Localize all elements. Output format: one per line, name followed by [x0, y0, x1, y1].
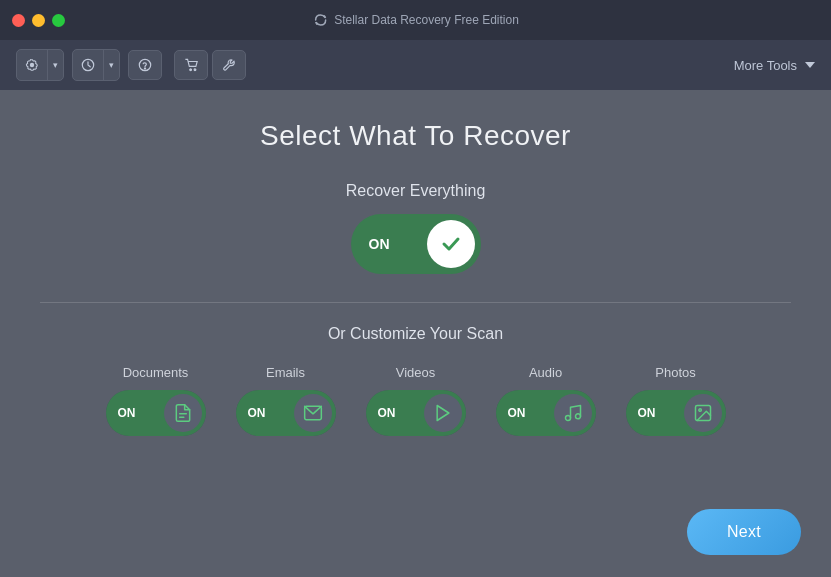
section-divider — [40, 302, 791, 303]
videos-label: Videos — [396, 365, 436, 380]
settings-dropdown-arrow[interactable]: ▾ — [47, 50, 63, 80]
toolbar: ▾ ▾ — [0, 40, 831, 90]
help-button[interactable] — [128, 50, 162, 80]
big-toggle-knob — [427, 220, 475, 268]
svg-point-9 — [565, 416, 570, 421]
next-button[interactable]: Next — [687, 509, 801, 555]
main-content: Select What To Recover Recover Everythin… — [0, 90, 831, 456]
svg-marker-8 — [437, 406, 449, 421]
svg-point-12 — [698, 409, 701, 412]
document-icon — [173, 403, 193, 423]
photos-toggle-label: ON — [638, 406, 656, 420]
app-logo-icon — [312, 12, 328, 28]
wrench-icon — [222, 58, 236, 72]
emails-toggle-knob — [294, 394, 332, 432]
audio-category: Audio ON — [496, 365, 596, 436]
big-toggle-on-label: ON — [369, 236, 390, 252]
traffic-lights — [12, 14, 65, 27]
svg-point-3 — [189, 69, 191, 71]
photos-category: Photos ON — [626, 365, 726, 436]
documents-category: Documents ON — [106, 365, 206, 436]
emails-category: Emails ON — [236, 365, 336, 436]
photos-icon — [693, 403, 713, 423]
audio-icon — [563, 403, 583, 423]
maximize-button[interactable] — [52, 14, 65, 27]
wrench-button[interactable] — [212, 50, 246, 80]
audio-toggle[interactable]: ON — [496, 390, 596, 436]
minimize-button[interactable] — [32, 14, 45, 27]
history-button[interactable] — [73, 50, 103, 80]
help-icon — [138, 58, 152, 72]
recover-everything-toggle[interactable]: ON — [351, 214, 481, 274]
cart-icon — [184, 58, 199, 72]
audio-toggle-label: ON — [508, 406, 526, 420]
videos-toggle-label: ON — [378, 406, 396, 420]
cart-button[interactable] — [174, 50, 208, 80]
history-button-group[interactable]: ▾ — [72, 49, 120, 81]
history-dropdown-arrow[interactable]: ▾ — [103, 50, 119, 80]
svg-point-4 — [194, 69, 196, 71]
more-tools-button[interactable]: More Tools — [734, 58, 815, 73]
more-tools-chevron-icon — [805, 60, 815, 70]
emails-toggle-label: ON — [248, 406, 266, 420]
photos-label: Photos — [655, 365, 695, 380]
categories-row: Documents ON Emails ON — [40, 365, 791, 436]
documents-label: Documents — [123, 365, 189, 380]
recover-everything-label: Recover Everything — [346, 182, 486, 200]
emails-toggle[interactable]: ON — [236, 390, 336, 436]
photos-toggle[interactable]: ON — [626, 390, 726, 436]
title-bar: Stellar Data Recovery Free Edition — [0, 0, 831, 40]
documents-toggle-label: ON — [118, 406, 136, 420]
close-button[interactable] — [12, 14, 25, 27]
settings-button-group[interactable]: ▾ — [16, 49, 64, 81]
documents-toggle[interactable]: ON — [106, 390, 206, 436]
toolbar-left-buttons: ▾ ▾ — [16, 49, 246, 81]
clock-icon — [81, 58, 95, 72]
emails-label: Emails — [266, 365, 305, 380]
videos-toggle[interactable]: ON — [366, 390, 466, 436]
settings-button[interactable] — [17, 50, 47, 80]
page-title: Select What To Recover — [260, 120, 571, 152]
email-icon — [303, 403, 323, 423]
videos-category: Videos ON — [366, 365, 466, 436]
audio-label: Audio — [529, 365, 562, 380]
photos-toggle-knob — [684, 394, 722, 432]
app-title: Stellar Data Recovery Free Edition — [334, 13, 519, 27]
documents-toggle-knob — [164, 394, 202, 432]
checkmark-icon — [439, 232, 463, 256]
app-title-area: Stellar Data Recovery Free Edition — [312, 12, 519, 28]
audio-toggle-knob — [554, 394, 592, 432]
video-icon — [433, 403, 453, 423]
svg-point-10 — [575, 414, 580, 419]
videos-toggle-knob — [424, 394, 462, 432]
svg-point-2 — [144, 68, 145, 69]
gear-icon — [25, 58, 39, 72]
customize-scan-label: Or Customize Your Scan — [328, 325, 503, 343]
